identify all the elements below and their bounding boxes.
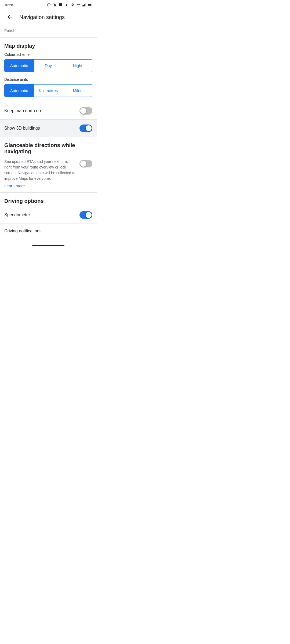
distance-units-section: Distance units Automatic Kilometres Mile… <box>0 77 97 97</box>
show-3d-buildings-row: Show 3D buildings <box>0 120 97 137</box>
glanceable-section: Glanceable directions while navigating S… <box>0 137 97 192</box>
glanceable-thumb <box>80 161 86 167</box>
speedometer-toggle[interactable] <box>79 211 92 219</box>
colour-scheme-automatic-btn[interactable]: Automatic <box>5 60 34 72</box>
show-3d-buildings-label: Show 3D buildings <box>4 126 40 131</box>
speedometer-label: Speedometer <box>4 213 30 217</box>
svg-rect-7 <box>88 4 91 6</box>
location-icon <box>70 3 75 7</box>
signal-icon <box>82 3 86 7</box>
status-bar: 16:28 ● <box>0 0 97 10</box>
keep-map-north-label: Keep map north up <box>4 108 41 113</box>
colour-scheme-night-btn[interactable]: Night <box>63 60 92 72</box>
svg-rect-0 <box>82 5 83 6</box>
glanceable-toggle[interactable] <box>79 160 92 167</box>
learn-more-link[interactable]: Learn more <box>4 181 25 189</box>
notification-dot-icon: ● <box>64 3 69 7</box>
show-3d-buildings-thumb <box>86 125 92 131</box>
svg-rect-1 <box>83 5 84 6</box>
svg-rect-2 <box>84 4 85 6</box>
keep-map-north-row: Keep map north up <box>0 102 97 119</box>
colour-scheme-label: Colour scheme <box>4 52 92 57</box>
distance-kilometres-btn[interactable]: Kilometres <box>34 85 63 97</box>
keep-map-north-thumb <box>80 108 86 114</box>
driving-options-section: Driving options <box>0 193 97 204</box>
speedometer-row: Speedometer <box>0 206 97 224</box>
map-display-header: Map display <box>0 38 97 52</box>
wifi-icon <box>76 3 81 7</box>
distance-units-btn-group: Automatic Kilometres Miles <box>4 84 92 97</box>
map-display-title: Map display <box>4 43 35 49</box>
colour-scheme-btn-group: Automatic Day Night <box>4 59 92 72</box>
chat-icon <box>59 3 63 7</box>
svg-rect-6 <box>92 4 92 5</box>
glanceable-content: See updated ETAs and your next turn, rig… <box>4 159 92 181</box>
distance-units-label: Distance units <box>4 77 92 82</box>
status-time: 16:28 <box>4 3 13 7</box>
x-icon <box>53 3 57 7</box>
distance-miles-btn[interactable]: Miles <box>63 85 92 97</box>
driving-notifications-row: Driving notifications <box>0 224 97 238</box>
driving-options-title: Driving options <box>4 198 92 204</box>
glanceable-title: Glanceable directions while navigating <box>4 142 92 155</box>
bottom-nav-indicator <box>32 245 64 246</box>
colour-scheme-day-btn[interactable]: Day <box>34 60 63 72</box>
petrol-label: Petrol <box>4 28 14 33</box>
app-bar: Navigation settings <box>0 10 97 25</box>
status-icons: ● <box>47 3 92 7</box>
svg-rect-4 <box>86 3 86 6</box>
keep-map-north-toggle[interactable] <box>79 107 92 115</box>
show-3d-buildings-toggle[interactable] <box>79 125 92 132</box>
whatsapp-icon <box>47 3 51 7</box>
petrol-section: Petrol <box>0 25 97 37</box>
distance-automatic-btn[interactable]: Automatic <box>5 85 34 97</box>
page-title: Navigation settings <box>19 14 92 20</box>
glanceable-description: See updated ETAs and your next turn, rig… <box>4 159 76 181</box>
driving-notifications-label: Driving notifications <box>4 229 42 233</box>
battery-icon <box>88 3 92 7</box>
speedometer-thumb <box>86 212 92 218</box>
back-button[interactable] <box>4 12 15 23</box>
svg-rect-3 <box>85 3 85 6</box>
colour-scheme-section: Colour scheme Automatic Day Night <box>0 52 97 72</box>
